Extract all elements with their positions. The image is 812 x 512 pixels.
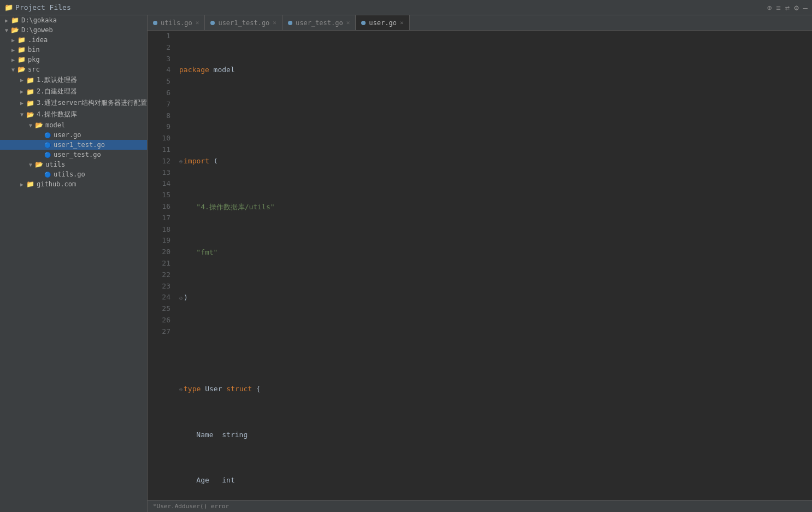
keyword: package — [179, 64, 209, 76]
sidebar-item-label: bin — [28, 46, 40, 54]
arrow-spacer — [35, 132, 44, 138]
sidebar-item-utils-go[interactable]: 🔵 utils.go — [0, 169, 147, 179]
sidebar-item-label: utils.go — [54, 170, 85, 178]
sidebar-item-label: 4.操作数据库 — [37, 110, 77, 119]
sidebar-item-user1-test[interactable]: 🔵 user1_test.go — [0, 140, 147, 150]
folder-icon: 📂 — [35, 121, 43, 129]
code-editor[interactable]: 1 2 3 4 5 6 7 8 9 10 11 12 13 14 15 16 1… — [148, 31, 812, 500]
sidebar-item-label: github.com — [37, 180, 76, 188]
sidebar-item-goweb[interactable]: ▼ 📂 D:\goweb — [0, 25, 147, 35]
file-dot — [361, 21, 366, 25]
folder-icon: 📁 — [17, 36, 26, 44]
file-icon: 🔵 — [44, 142, 51, 148]
pin-icon[interactable]: ⊕ — [767, 3, 772, 12]
tab-utils[interactable]: utils.go ✕ — [148, 15, 205, 30]
folder-icon: 📂 — [26, 111, 34, 119]
tab-label: utils.go — [161, 19, 192, 27]
sidebar-item-label: src — [28, 66, 40, 73]
sidebar-item-label: 1.默认处理器 — [37, 75, 77, 85]
title-bar-controls: ⊕ ≡ ⇄ ⚙ — — [767, 3, 808, 12]
code-line-10: Age int — [179, 475, 812, 486]
folder-icon: 📁 — [26, 76, 34, 84]
close-icon[interactable]: ✕ — [273, 19, 276, 26]
sidebar-item-user-go[interactable]: 🔵 user.go — [0, 130, 147, 140]
title-bar-title: Project Files — [15, 3, 71, 11]
folder-icon: 📁 — [17, 56, 26, 63]
sidebar-item-server[interactable]: ▶ 📁 3.通过server结构对服务器进行配置 — [0, 97, 147, 109]
arrow-icon: ▼ — [26, 122, 35, 128]
settings-icon[interactable]: ⚙ — [794, 3, 798, 12]
status-text: *User.Adduser() error — [153, 503, 229, 510]
sidebar-item-src[interactable]: ▼ 📂 src — [0, 64, 147, 74]
title-bar: 📁 Project Files ⊕ ≡ ⇄ ⚙ — — [0, 0, 812, 15]
file-icon: 🔵 — [44, 132, 51, 138]
close-icon[interactable]: ✕ — [400, 19, 404, 26]
folder-icon: 📁 — [17, 46, 26, 54]
arrow-icon: ▶ — [9, 57, 17, 63]
code-line-9: Name string — [179, 429, 812, 441]
sidebar-item-label: D:\gokaka — [21, 16, 57, 24]
line-numbers: 1 2 3 4 5 6 7 8 9 10 11 12 13 14 15 16 1… — [148, 31, 175, 500]
sidebar-item-user-test[interactable]: 🔵 user_test.go — [0, 150, 147, 160]
arrow-icon: ▶ — [9, 37, 17, 43]
sidebar-item-model[interactable]: ▼ 📂 model — [0, 120, 147, 130]
arrow-spacer — [35, 152, 44, 158]
tab-user1test[interactable]: user1_test.go ✕ — [205, 15, 283, 30]
sidebar-item-default[interactable]: ▶ 📁 1.默认处理器 — [0, 74, 147, 86]
file-icon: 🔵 — [44, 152, 51, 158]
tab-bar: utils.go ✕ user1_test.go ✕ user_test.go … — [148, 15, 812, 31]
tab-label: user1_test.go — [218, 19, 269, 27]
code-content: package model ⊖import ( "4.操作数据库/utils" … — [175, 31, 812, 500]
tab-usertest[interactable]: user_test.go ✕ — [283, 15, 356, 30]
folder-icon: 📂 — [17, 66, 26, 73]
keyword: import — [184, 156, 209, 167]
sidebar-item-label: pkg — [28, 56, 40, 63]
arrow-icon: ▼ — [26, 162, 35, 168]
code-line-5: "fmt" — [179, 247, 812, 258]
arrow-spacer — [35, 172, 44, 178]
status-bar: *User.Adduser() error — [148, 500, 812, 512]
arrow-icon: ▼ — [9, 67, 17, 73]
arrow-icon: ▶ — [9, 47, 17, 53]
keyword: type — [184, 384, 201, 395]
sidebar-item-label: user1_test.go — [54, 141, 105, 149]
code-line-7 — [179, 338, 812, 350]
split-icon[interactable]: ⇄ — [785, 3, 790, 12]
tab-label: user.go — [369, 19, 397, 27]
file-dot — [288, 21, 292, 25]
sidebar-item-gokaka[interactable]: ▶ 📁 D:\gokaka — [0, 15, 147, 25]
arrow-icon: ▶ — [17, 100, 26, 106]
editor-area: utils.go ✕ user1_test.go ✕ user_test.go … — [148, 15, 812, 512]
sidebar-item-custom[interactable]: ▶ 📁 2.自建处理器 — [0, 86, 147, 97]
tab-user[interactable]: user.go ✕ — [356, 15, 409, 30]
project-icon: 📁 — [4, 3, 13, 11]
sidebar-item-bin[interactable]: ▶ 📁 bin — [0, 45, 147, 55]
sidebar-item-pkg[interactable]: ▶ 📁 pkg — [0, 55, 147, 64]
folder-icon: 📁 — [11, 16, 19, 24]
folder-icon: 📂 — [35, 161, 43, 168]
close-icon[interactable]: ✕ — [196, 19, 199, 26]
sidebar-item-label: user_test.go — [54, 151, 101, 158]
sidebar-item-label: utils — [45, 161, 65, 168]
file-icon: 🔵 — [44, 172, 51, 178]
sidebar-item-label: 3.通过server结构对服务器进行配置 — [37, 98, 147, 108]
list-icon[interactable]: ≡ — [776, 3, 780, 12]
arrow-icon: ▶ — [17, 77, 26, 83]
minimize-icon[interactable]: — — [803, 3, 808, 12]
code-line-3: ⊖import ( — [179, 156, 812, 167]
sidebar-item-label: user.go — [54, 131, 81, 139]
sidebar-item-db[interactable]: ▼ 📂 4.操作数据库 — [0, 109, 147, 120]
code-line-6: ⊖) — [179, 292, 812, 304]
code-line-1: package model — [179, 64, 812, 76]
arrow-icon: ▶ — [17, 89, 26, 95]
arrow-icon: ▶ — [17, 181, 26, 187]
main-layout: ▶ 📁 D:\gokaka ▼ 📂 D:\goweb ▶ 📁 .idea ▶ 📁… — [0, 15, 812, 512]
close-icon[interactable]: ✕ — [346, 19, 350, 26]
sidebar-item-utils-dir[interactable]: ▼ 📂 utils — [0, 160, 147, 169]
arrow-spacer — [35, 142, 44, 148]
folder-icon: 📁 — [26, 180, 34, 188]
code-line-8: ⊖type User struct { — [179, 384, 812, 395]
sidebar-item-github[interactable]: ▶ 📁 github.com — [0, 179, 147, 189]
sidebar-item-idea[interactable]: ▶ 📁 .idea — [0, 35, 147, 45]
sidebar-item-label: D:\goweb — [21, 26, 53, 34]
